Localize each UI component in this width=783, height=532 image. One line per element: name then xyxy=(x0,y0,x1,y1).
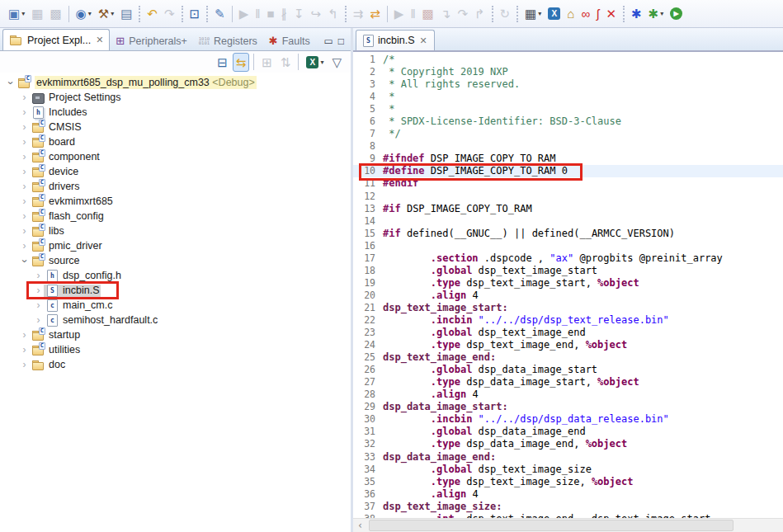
code-line-12[interactable]: 12 xyxy=(353,191,783,203)
collapse-arrow-icon[interactable]: › xyxy=(5,78,16,88)
expand-arrow-icon[interactable]: › xyxy=(33,285,44,296)
line-number[interactable]: 6 xyxy=(357,115,375,128)
red-boot-button[interactable]: ʃ xyxy=(594,4,601,24)
excel-export-button[interactable]: X▾ xyxy=(303,53,327,72)
code-line-7[interactable]: 7 */ xyxy=(353,128,783,140)
new-project-button[interactable]: ◉▾ xyxy=(73,4,94,24)
debug-button[interactable]: ✱ xyxy=(629,4,644,24)
line-number[interactable]: 31 xyxy=(357,426,375,438)
code-line-25[interactable]: 25dsp_text_image_end: xyxy=(353,351,783,364)
scroll-left-icon[interactable]: ‹ xyxy=(353,519,367,532)
tree-item-dsp-config-h[interactable]: ›hdsp_config.h xyxy=(0,268,351,283)
expand-arrow-icon[interactable]: › xyxy=(19,330,30,341)
line-number[interactable]: 26 xyxy=(357,364,375,376)
tree-item-flash-config[interactable]: ›Cflash_config xyxy=(0,209,351,224)
line-number[interactable]: 25 xyxy=(357,351,375,364)
tree-item-component[interactable]: ›Ccomponent xyxy=(0,149,351,164)
tree-item-drivers[interactable]: ›Cdrivers xyxy=(0,179,351,194)
line-number[interactable]: 1 xyxy=(357,54,375,66)
collapse-all-button[interactable]: ⊟ xyxy=(214,53,231,72)
line-number[interactable]: 4 xyxy=(357,91,375,103)
terminate-remove-button[interactable]: ✕ xyxy=(603,4,619,24)
line-number[interactable]: 17 xyxy=(357,252,375,265)
code-line-33[interactable]: 33dsp_data_image_end: xyxy=(353,451,783,464)
close-icon[interactable]: ✕ xyxy=(419,35,427,46)
code-line-10[interactable]: 10#define DSP_IMAGE_COPY_TO_RAM 0 xyxy=(353,165,783,177)
minimize-icon[interactable]: ▭ xyxy=(323,35,333,47)
code-line-31[interactable]: 31 .global dsp_data_image_end xyxy=(353,426,783,438)
dropdown-arrow-icon[interactable]: ▾ xyxy=(111,10,114,17)
expand-arrow-icon[interactable]: › xyxy=(19,345,30,355)
code-line-24[interactable]: 24 .type dsp_text_image_end, %object xyxy=(353,339,783,351)
dropdown-arrow-icon[interactable]: ▾ xyxy=(21,10,25,17)
expand-arrow-icon[interactable]: › xyxy=(19,152,30,162)
line-number[interactable]: 13 xyxy=(357,203,375,215)
tab-project-explorer[interactable]: Project Expl...✕ xyxy=(2,29,110,50)
tree-item-includes[interactable]: ›hIncludes xyxy=(0,105,351,120)
code-line-13[interactable]: 13#if DSP_IMAGE_COPY_TO_RAM xyxy=(353,203,783,215)
expand-arrow-icon[interactable]: › xyxy=(19,122,30,133)
line-number[interactable]: 29 xyxy=(357,401,375,413)
line-number[interactable]: 28 xyxy=(357,388,375,401)
line-number[interactable]: 21 xyxy=(357,302,375,314)
expand-arrow-icon[interactable]: › xyxy=(19,196,30,207)
horizontal-scrollbar[interactable]: ‹ xyxy=(353,518,783,532)
code-line-18[interactable]: 18 .global dsp_text_image_start xyxy=(353,265,783,277)
line-number[interactable]: 20 xyxy=(357,290,375,302)
code-line-35[interactable]: 35 .type dsp_text_image_size, %object xyxy=(353,476,783,488)
code-line-32[interactable]: 32 .type dsp_data_image_end, %object xyxy=(353,438,783,450)
line-number[interactable]: 3 xyxy=(357,78,375,91)
code-line-6[interactable]: 6 * SPDX-License-Identifier: BSD-3-Claus… xyxy=(353,115,783,128)
expand-arrow-icon[interactable]: › xyxy=(19,167,30,177)
run-button[interactable]: ▶ xyxy=(667,4,685,24)
code-line-37[interactable]: 37dsp_text_image_size: xyxy=(353,501,783,513)
line-number[interactable]: 2 xyxy=(357,66,375,78)
build-button[interactable]: ⚒▾ xyxy=(96,4,116,24)
code-line-8[interactable]: 8 xyxy=(353,140,783,153)
scrollbar-thumb[interactable] xyxy=(369,520,733,531)
tab-faults[interactable]: ✱Faults xyxy=(263,31,316,50)
line-number[interactable]: 36 xyxy=(357,488,375,501)
line-number[interactable]: 18 xyxy=(357,265,375,277)
expand-arrow-icon[interactable]: › xyxy=(19,181,30,192)
tree-item-source[interactable]: ›Csource xyxy=(0,253,351,268)
tab-registers[interactable]: 10100101Registers xyxy=(193,31,263,50)
code-line-1[interactable]: 1/* xyxy=(353,54,783,66)
tree-item-main-cm-c[interactable]: ›cmain_cm.c xyxy=(0,298,351,313)
linkserver-button[interactable]: ∞ xyxy=(578,4,592,24)
editor-content[interactable]: 1/*2 * Copyright 2019 NXP3 * All rights … xyxy=(353,52,783,532)
code-line-36[interactable]: 36 .align 4 xyxy=(353,488,783,501)
line-number[interactable]: 9 xyxy=(357,153,375,165)
dropdown-arrow-icon[interactable]: ▾ xyxy=(320,59,323,66)
tree-item-libs[interactable]: ›Clibs xyxy=(0,224,351,238)
tree-item-utilities[interactable]: ›Cutilities xyxy=(0,342,351,357)
new-wizard-button[interactable]: ▣▾ xyxy=(6,4,27,24)
line-number[interactable]: 5 xyxy=(357,103,375,115)
line-number[interactable]: 24 xyxy=(357,339,375,351)
expand-arrow-icon[interactable]: › xyxy=(19,226,30,237)
code-line-20[interactable]: 20 .align 4 xyxy=(353,290,783,302)
tree-item-pmic-driver[interactable]: ›Cpmic_driver xyxy=(0,238,351,253)
expand-arrow-icon[interactable]: › xyxy=(19,107,30,118)
code-line-9[interactable]: 9#ifndef DSP_IMAGE_COPY_TO_RAM xyxy=(353,153,783,165)
line-number[interactable]: 23 xyxy=(357,327,375,339)
line-number[interactable]: 34 xyxy=(357,464,375,476)
tab-peripherals[interactable]: ⊞Peripherals+ xyxy=(110,31,192,50)
tree-item-doc[interactable]: ›doc xyxy=(0,357,351,372)
link-with-editor-button[interactable]: ⇆ xyxy=(233,53,250,72)
editor-tab-incbin[interactable]: S incbin.S ✕ xyxy=(356,30,435,50)
line-number[interactable]: 22 xyxy=(357,314,375,327)
code-line-22[interactable]: 22 .incbin "../../dsp/dsp_text_release.b… xyxy=(353,314,783,327)
tree-item-board[interactable]: ›Cboard xyxy=(0,134,351,149)
xpresso-config-button[interactable]: X xyxy=(545,4,563,24)
line-number[interactable]: 10 xyxy=(357,165,375,177)
code-line-2[interactable]: 2 * Copyright 2019 NXP xyxy=(353,66,783,78)
code-line-16[interactable]: 16 xyxy=(353,240,783,252)
code-line-34[interactable]: 34 .global dsp_text_image_size xyxy=(353,464,783,476)
line-number[interactable]: 33 xyxy=(357,451,375,464)
line-number[interactable]: 32 xyxy=(357,438,375,450)
line-number[interactable]: 35 xyxy=(357,476,375,488)
dropdown-arrow-icon[interactable]: ▾ xyxy=(660,10,663,17)
skip-all-breakpoints-button[interactable]: ⇄ xyxy=(367,4,383,24)
line-number[interactable]: 15 xyxy=(357,228,375,240)
